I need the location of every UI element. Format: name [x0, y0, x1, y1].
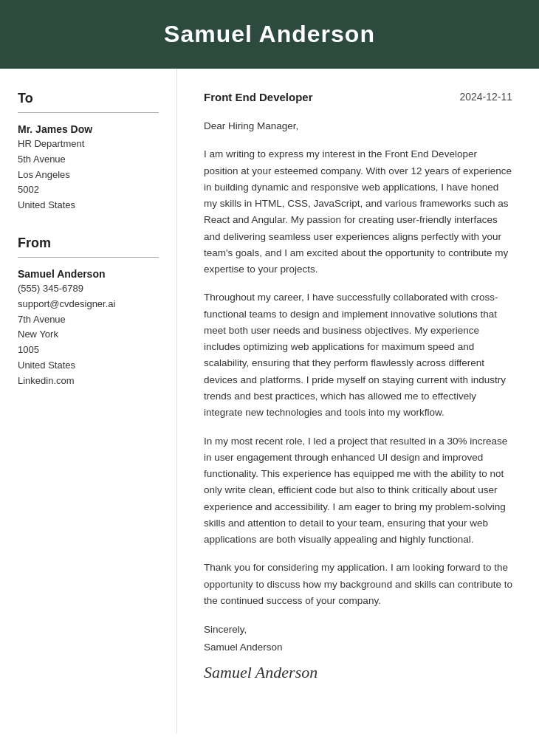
recipient-company: HR Department: [18, 137, 159, 152]
to-divider: [18, 112, 159, 113]
sender-street: 7th Avenue: [18, 312, 159, 328]
letter-paragraph-4: Thank you for considering my application…: [204, 560, 512, 609]
sender-zip: 1005: [18, 343, 159, 358]
recipient-country: United States: [18, 198, 159, 213]
header: Samuel Anderson: [0, 0, 539, 69]
content: To Mr. James Dow HR Department 5th Avenu…: [0, 69, 539, 733]
letter-title: Front End Developer: [204, 91, 313, 103]
sender-website: Linkedin.com: [18, 374, 159, 389]
letter-paragraph-2: Throughout my career, I have successfull…: [204, 289, 512, 421]
recipient-city: Los Angeles: [18, 168, 159, 183]
signature-cursive: Samuel Anderson: [204, 663, 512, 682]
recipient-zip: 5002: [18, 182, 159, 198]
sidebar: To Mr. James Dow HR Department 5th Avenu…: [0, 69, 177, 733]
from-label: From: [18, 236, 159, 251]
sender-name: Samuel Anderson: [18, 268, 159, 280]
letter-paragraph-1: I am writing to express my interest in t…: [204, 146, 512, 278]
page: Samuel Anderson To Mr. James Dow HR Depa…: [0, 0, 539, 756]
to-section: To Mr. James Dow HR Department 5th Avenu…: [18, 91, 159, 213]
letter-closing: Sincerely, Samuel Anderson: [204, 621, 512, 657]
recipient-street: 5th Avenue: [18, 152, 159, 168]
sender-phone: (555) 345-6789: [18, 281, 159, 297]
to-label: To: [18, 91, 159, 106]
closing-text: Sincerely,: [204, 624, 247, 635]
sender-city: New York: [18, 327, 159, 343]
recipient-name: Mr. James Dow: [18, 123, 159, 135]
letter-date: 2024-12-11: [459, 91, 512, 103]
letter-salutation: Dear Hiring Manager,: [204, 118, 512, 134]
from-section: From Samuel Anderson (555) 345-6789 supp…: [18, 236, 159, 389]
closing-name: Samuel Anderson: [204, 642, 283, 653]
signature-block: Sincerely, Samuel Anderson Samuel Anders…: [204, 621, 512, 682]
letter-body: Dear Hiring Manager, I am writing to exp…: [204, 118, 512, 609]
main-letter: Front End Developer 2024-12-11 Dear Hiri…: [177, 69, 539, 733]
letter-header: Front End Developer 2024-12-11: [204, 91, 512, 103]
sender-country: United States: [18, 358, 159, 374]
sender-email: support@cvdesigner.ai: [18, 297, 159, 312]
header-name: Samuel Anderson: [30, 21, 509, 48]
from-divider: [18, 257, 159, 258]
letter-paragraph-3: In my most recent role, I led a project …: [204, 433, 512, 549]
